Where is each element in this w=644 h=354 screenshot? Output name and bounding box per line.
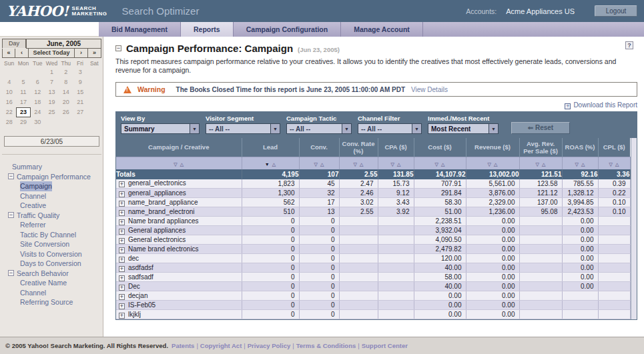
sidebar-item-search-behavior[interactable]: Search Behavior <box>0 269 103 279</box>
expand-icon[interactable] <box>119 313 125 319</box>
column-header-cpa[interactable]: CPA ($) <box>378 138 414 157</box>
dropdown-arrow-icon[interactable] <box>342 124 351 133</box>
column-header-avg-rev-per-sale[interactable]: Avg. Rev. Per Sale ($) <box>519 138 562 157</box>
column-header-campaign-creative[interactable]: Campaign / Creative <box>116 138 242 157</box>
sort-ascending-icon[interactable]: △ <box>397 162 400 167</box>
calendar-day-24[interactable]: 24 <box>31 107 45 117</box>
sidebar-item-campaign-performance[interactable]: Campaign Performance <box>0 172 103 182</box>
sort-descending-icon[interactable]: ▽ <box>354 162 357 167</box>
sidebar-item-channel[interactable]: Channel <box>0 191 103 201</box>
sort-ascending-icon[interactable]: △ <box>180 162 184 167</box>
calendar-day-23[interactable]: 23 <box>16 107 30 117</box>
expand-icon[interactable] <box>119 275 125 281</box>
sort-controls-cpl[interactable]: ▽△ <box>598 157 630 169</box>
sort-controls-cpa[interactable]: ▽△ <box>378 157 414 169</box>
sidebar-item-channel[interactable]: Channel <box>0 288 103 298</box>
calendar-day-8[interactable]: 8 <box>59 77 73 87</box>
footer-link-patents[interactable]: Patents <box>172 342 194 349</box>
calendar-prev-year-button[interactable]: « <box>2 49 15 58</box>
calendar-day-18[interactable]: 18 <box>31 97 45 107</box>
tab-manage-account[interactable]: Manage Account <box>341 22 423 37</box>
column-header-conv-rate[interactable]: Conv. Rate (%) <box>339 138 378 157</box>
calendar-prev-month-button[interactable]: ‹ <box>15 49 29 58</box>
sort-descending-icon[interactable]: ▽ <box>609 162 613 167</box>
calendar-day-6[interactable]: 6 <box>31 77 45 87</box>
calendar-day-15[interactable]: 15 <box>73 87 87 97</box>
view-details-link[interactable]: View Details <box>411 86 448 93</box>
calendar-day-29[interactable]: 29 <box>16 117 30 127</box>
filter-dropdown-visitor-segment[interactable]: -- All -- <box>206 123 280 134</box>
expand-icon[interactable] <box>119 229 125 235</box>
calendar-day-21[interactable]: 21 <box>73 97 87 107</box>
column-header-conv[interactable]: Conv. <box>299 138 339 157</box>
collapse-icon[interactable] <box>8 270 14 276</box>
calendar-next-month-button[interactable]: › <box>75 49 88 58</box>
sort-ascending-icon[interactable]: △ <box>615 162 619 167</box>
filter-dropdown-view-by[interactable]: Summary <box>121 123 200 134</box>
sidebar-item-referrer[interactable]: Referrer <box>0 220 103 230</box>
calendar-select-today-button[interactable]: Select Today <box>29 49 75 58</box>
sort-controls-conv[interactable]: ▽△ <box>299 157 339 169</box>
sort-controls-roas[interactable]: ▽△ <box>562 157 598 169</box>
calendar-day-1[interactable]: 1 <box>45 67 59 77</box>
reset-button[interactable]: Reset <box>511 122 570 134</box>
calendar-day-2[interactable]: 2 <box>59 67 73 77</box>
sidebar-item-campaign[interactable]: Campaign <box>0 181 103 191</box>
filter-dropdown-immed-most-recent[interactable]: Most Recent <box>428 123 499 134</box>
sidebar-item-tactic-by-channel[interactable]: Tactic By Channel <box>0 230 103 240</box>
calendar-day-3[interactable]: 3 <box>73 67 87 77</box>
download-report-link[interactable]: Download this Report <box>565 101 637 109</box>
footer-link-privacy-policy[interactable]: Privacy Policy <box>248 342 290 349</box>
dropdown-arrow-icon[interactable] <box>190 124 199 133</box>
sort-ascending-icon[interactable]: △ <box>494 162 497 167</box>
calendar-day-19[interactable]: 19 <box>45 97 59 107</box>
collapse-icon[interactable] <box>8 173 14 179</box>
calendar-day-9[interactable]: 9 <box>73 77 87 87</box>
column-header-revenue[interactable]: Revenue ($) <box>466 138 519 157</box>
logout-button[interactable]: Logout <box>595 5 637 17</box>
tab-reports[interactable]: Reports <box>181 22 234 37</box>
dropdown-arrow-icon[interactable] <box>489 124 498 133</box>
sort-ascending-icon[interactable]: △ <box>272 162 276 167</box>
filter-dropdown-channel-filter[interactable]: -- All -- <box>358 123 422 134</box>
sort-descending-icon[interactable]: ▽ <box>575 162 579 167</box>
calendar-day-mode-tab[interactable]: Day <box>2 39 26 48</box>
footer-link-support-center[interactable]: Support Center <box>362 342 408 349</box>
calendar-day-4[interactable]: 4 <box>2 77 16 87</box>
sidebar-item-summary[interactable]: Summary <box>0 162 103 172</box>
sort-descending-icon[interactable]: ▽ <box>488 162 491 167</box>
column-header-roas[interactable]: ROAS (%) <box>562 138 598 157</box>
expand-icon[interactable] <box>119 285 125 291</box>
sort-ascending-icon[interactable]: △ <box>581 162 585 167</box>
calendar-day-27[interactable]: 27 <box>73 107 87 117</box>
calendar-day-11[interactable]: 11 <box>16 87 30 97</box>
expand-icon[interactable] <box>119 247 125 253</box>
sort-ascending-icon[interactable]: △ <box>441 162 444 167</box>
calendar-day-25[interactable]: 25 <box>45 107 59 117</box>
sort-ascending-icon[interactable]: △ <box>320 162 324 167</box>
table-scrollbar[interactable] <box>631 138 637 319</box>
dropdown-arrow-icon[interactable] <box>270 124 280 133</box>
dropdown-arrow-icon[interactable] <box>412 124 421 133</box>
calendar-day-16[interactable]: 16 <box>2 97 16 107</box>
calendar-day-14[interactable]: 14 <box>59 87 73 97</box>
sidebar-item-days-to-conversion[interactable]: Days to Conversion <box>0 259 103 269</box>
expand-icon[interactable] <box>119 266 125 272</box>
sort-controls-cost[interactable]: ▽△ <box>414 157 466 169</box>
tab-campaign-configuration[interactable]: Campaign Configuration <box>234 22 342 37</box>
expand-icon[interactable] <box>119 257 125 263</box>
calendar-day-30[interactable]: 30 <box>31 117 45 127</box>
column-header-cost[interactable]: Cost ($) <box>414 138 466 157</box>
expand-icon[interactable] <box>119 294 125 300</box>
calendar-day-5[interactable]: 5 <box>16 77 30 87</box>
sort-ascending-icon[interactable]: △ <box>542 162 545 167</box>
sort-descending-icon[interactable]: ▽ <box>174 162 177 167</box>
sort-ascending-icon[interactable]: △ <box>360 162 363 167</box>
expand-icon[interactable] <box>119 219 125 225</box>
expand-icon[interactable] <box>119 201 125 207</box>
calendar-day-13[interactable]: 13 <box>45 87 59 97</box>
calendar-day-26[interactable]: 26 <box>59 107 73 117</box>
sort-controls-conv-rate[interactable]: ▽△ <box>339 157 378 169</box>
sidebar-item-visits-to-conversion[interactable]: Visits to Conversion <box>0 249 103 259</box>
sort-descending-icon[interactable]: ▽ <box>435 162 438 167</box>
